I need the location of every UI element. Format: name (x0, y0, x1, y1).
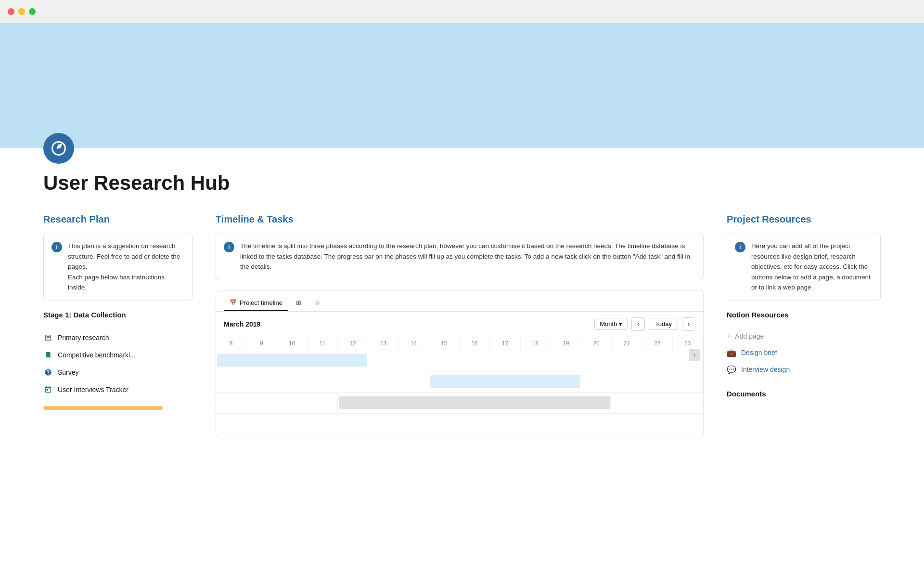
day-11: 11 (308, 337, 338, 350)
titlebar (0, 0, 924, 23)
resources-info-text: Here you can add all of the project reso… (751, 241, 873, 293)
page-content: User Research Hub Research Plan i This p… (0, 133, 924, 457)
tab-label: Project timeline (240, 299, 282, 306)
day-12: 12 (338, 337, 368, 350)
next-button[interactable]: › (682, 317, 695, 331)
cell (430, 375, 580, 388)
day-14: 14 (399, 337, 429, 350)
timeline-header: March 2019 Month ▾ ‹ Today › (216, 312, 703, 337)
traffic-light-red[interactable] (8, 8, 14, 15)
timeline-days: 8 9 10 11 12 13 14 15 16 17 18 19 20 21 (216, 337, 703, 350)
cell (612, 393, 703, 413)
day-20: 20 (581, 337, 612, 350)
timeline-arrow-3[interactable]: › (689, 349, 700, 361)
research-plan-info-text: This plan is a suggestion on research st… (68, 241, 184, 293)
add-page-label: Add page (735, 332, 764, 340)
compass-icon (50, 140, 67, 157)
list-item-user-interviews[interactable]: User Interviews Tracker (43, 381, 192, 398)
stage1-heading: Stage 1: Data Collection (43, 311, 192, 323)
question-icon (43, 368, 53, 377)
add-page-button[interactable]: + Add page (727, 328, 881, 344)
resources-heading: Project Resources (727, 214, 881, 225)
resources-info-box: i Here you can add all of the project re… (727, 233, 881, 301)
timeline-heading: Timeline & Tasks (216, 214, 704, 225)
list-item-competitive[interactable]: Competitive benchmarki... (43, 346, 192, 364)
today-button[interactable]: Today (649, 318, 678, 330)
calendar-tab-icon: 📅 (230, 299, 237, 306)
list-item-label: Survey (58, 368, 79, 376)
day-22: 22 (642, 337, 673, 350)
day-17: 17 (490, 337, 520, 350)
briefcase-icon: 💼 (727, 348, 736, 357)
day-23: 23 (673, 337, 703, 350)
cell (339, 396, 611, 409)
tab-star[interactable]: ☆ (309, 295, 326, 311)
documents-heading: Documents (727, 390, 881, 402)
grid-icon: ⊞ (296, 299, 301, 306)
chevron-left-icon: ‹ (637, 320, 639, 328)
cell (217, 354, 367, 367)
timeline-column: Timeline & Tasks i The timeline is split… (216, 214, 704, 437)
cell (368, 350, 703, 371)
month-button[interactable]: Month ▾ (594, 318, 628, 330)
today-label: Today (655, 320, 672, 328)
chevron-down-icon: ▾ (619, 320, 622, 328)
research-plan-info-box: i This plan is a suggestion on research … (43, 233, 192, 301)
timeline-info-box: i The timeline is split into three phase… (216, 233, 704, 280)
timeline-tabs: 📅 Project timeline ⊞ ☆ (216, 290, 703, 312)
day-21: 21 (612, 337, 642, 350)
month-label: Month (600, 320, 617, 328)
table-icon (43, 333, 53, 342)
chevron-right-icon: › (688, 320, 690, 328)
research-plan-column: Research Plan i This plan is a suggestio… (43, 214, 192, 437)
timeline-rows: › › (216, 350, 703, 437)
bottom-stub (43, 406, 192, 410)
star-icon: ☆ (315, 299, 321, 306)
resource-item-interview-design[interactable]: 💬 Interview design (727, 361, 881, 378)
page-title: User Research Hub (43, 171, 881, 195)
research-plan-heading: Research Plan (43, 214, 192, 225)
resources-column: Project Resources i Here you can add all… (727, 214, 881, 437)
cell (216, 371, 429, 392)
chat-icon: 💬 (727, 365, 736, 374)
timeline-row-3: › (216, 393, 703, 414)
stub-bar (43, 406, 163, 410)
day-10: 10 (277, 337, 308, 350)
info-icon-2: i (224, 242, 234, 252)
notion-resources-heading: Notion Resources (727, 311, 881, 323)
timeline-row-2: › (216, 371, 703, 393)
day-8: 8 (216, 337, 246, 350)
resource-item-design-brief[interactable]: 💼 Design brief (727, 344, 881, 361)
calendar-icon (43, 385, 53, 394)
list-item-label: Competitive benchmarki... (58, 351, 136, 359)
cell (581, 371, 703, 392)
list-item-label: User Interviews Tracker (58, 386, 128, 394)
day-9: 9 (246, 337, 277, 350)
traffic-light-green[interactable] (29, 8, 36, 15)
day-16: 16 (460, 337, 490, 350)
page-icon (43, 133, 74, 164)
tab-grid[interactable]: ⊞ (290, 295, 307, 311)
timeline-info-text: The timeline is split into three phases … (240, 241, 695, 272)
bookmark-icon (43, 350, 53, 360)
prev-button[interactable]: ‹ (631, 317, 645, 331)
main-columns: Research Plan i This plan is a suggestio… (43, 214, 881, 437)
list-item-primary-research[interactable]: Primary research (43, 329, 192, 346)
hero-banner (0, 23, 924, 148)
resource-label: Interview design (741, 366, 790, 373)
timeline-grid: 8 9 10 11 12 13 14 15 16 17 18 19 20 21 (216, 337, 703, 437)
resource-label: Design brief (741, 349, 777, 356)
day-18: 18 (521, 337, 551, 350)
timeline-date: March 2019 (224, 320, 260, 328)
day-13: 13 (368, 337, 398, 350)
tab-project-timeline[interactable]: 📅 Project timeline (224, 295, 288, 311)
day-19: 19 (551, 337, 581, 350)
timeline-card: 📅 Project timeline ⊞ ☆ March 2019 (216, 290, 704, 437)
list-item-survey[interactable]: Survey (43, 364, 192, 381)
timeline-row-1: › (216, 350, 703, 371)
traffic-light-yellow[interactable] (18, 8, 25, 15)
info-icon-3: i (735, 242, 745, 252)
info-icon-1: i (51, 242, 62, 252)
timeline-controls: Month ▾ ‹ Today › (594, 317, 695, 331)
plus-icon: + (727, 332, 731, 341)
